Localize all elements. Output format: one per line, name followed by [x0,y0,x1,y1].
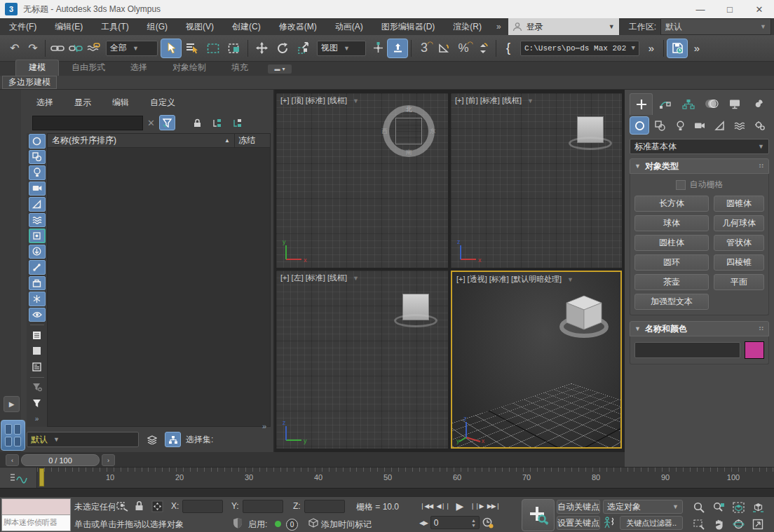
menu-graph-editors[interactable]: 图形编辑器(D) [372,18,444,35]
viewport-front-label[interactable]: [+] [前] [标准] [线框]▼ [455,95,534,106]
object-category-dropdown[interactable]: 标准基本体 ▼ [630,139,769,154]
filter-spacewarps-icon[interactable] [29,213,46,228]
object-color-swatch[interactable] [745,341,764,359]
zoom-region-icon[interactable] [690,517,708,531]
select-object-button[interactable] [161,39,182,58]
menu-overflow-chevron[interactable]: » [491,22,507,32]
add-time-tag[interactable]: 添加时间标记 [321,519,372,531]
ribbon-tab-populate[interactable]: 填充 [219,60,261,76]
set-keys-button[interactable] [522,499,555,531]
strip-overflow-chevron[interactable]: » [29,411,46,426]
use-pivot-center-button[interactable] [387,39,408,58]
tab-motion[interactable] [701,93,723,114]
object-name-field[interactable] [634,342,740,358]
bind-spacewarp-icon[interactable] [85,39,103,58]
orbit-icon[interactable] [729,517,747,531]
time-configuration-button[interactable] [482,517,494,528]
menu-create[interactable]: 创建(C) [223,18,270,35]
sphere-button[interactable]: 球体 [634,215,709,231]
filter-containers-icon[interactable] [29,276,46,291]
auto-key-button[interactable]: 自动关键点 [557,500,600,514]
angle-snap-toggle[interactable] [434,39,454,58]
ribbon-minimize-dropdown[interactable]: ▬▾ [268,64,292,74]
polygon-modeling-panel-button[interactable]: 多边形建模 [2,76,57,89]
object-type-rollout-header[interactable]: ▼ 对象类型 ∷ [630,158,769,174]
next-frame-arrow[interactable]: › [102,454,115,466]
ribbon-tab-object-paint[interactable]: 对象绘制 [160,60,219,76]
category-helpers[interactable] [711,116,729,135]
track-bar[interactable] [0,488,774,496]
key-step-toggle[interactable]: ◀▶ [419,519,428,526]
adaptive-degradation-shield-icon[interactable] [233,517,243,528]
time-slider-playhead[interactable] [39,468,44,486]
menu-rendering[interactable]: 渲染(R) [444,18,491,35]
x-coordinate-field[interactable] [182,500,223,513]
explorer-preset-dropdown[interactable]: 默认▼ [27,432,139,447]
y-coordinate-field[interactable] [243,500,283,513]
ribbon-tab-modeling[interactable]: 建模 [15,60,59,76]
percent-snap-toggle[interactable]: %◠ [454,39,473,58]
category-cameras[interactable] [691,116,709,135]
display-materials-icon[interactable] [29,344,46,359]
minimize-button[interactable]: — [686,0,715,18]
display-properties-icon[interactable] [29,360,46,374]
spinner-snap-toggle[interactable] [473,39,493,58]
plane-button[interactable]: 平面 [714,274,764,290]
viewcube-perspective[interactable] [557,292,611,341]
maxscript-mini-listener[interactable]: 脚本迷你侦听器 [1,498,71,531]
menu-group[interactable]: 组(G) [138,18,177,35]
isolate-selection-icon[interactable] [116,500,129,512]
filter-objects-icon[interactable] [29,134,46,149]
category-geometry[interactable] [630,116,649,135]
viewport-top-label[interactable]: [+] [顶] [标准] [线框]▼ [280,95,359,106]
viewport-top[interactable]: [+] [顶] [标准] [线框]▼ 北 南 东 西 xy [276,93,448,268]
save-file-button[interactable] [667,39,688,58]
explorer-menu-customize[interactable]: 自定义 [150,97,175,109]
geosphere-button[interactable]: 几何球体 [714,215,764,231]
explorer-search-input[interactable] [32,116,143,130]
rectangular-selection-region-button[interactable] [203,39,224,58]
menu-tools[interactable]: 工具(T) [92,18,137,35]
ribbon-tab-selection[interactable]: 选择 [118,60,160,76]
viewport-left-label[interactable]: [+] [左] [标准] [线框]▼ [280,273,359,283]
key-filters-pose-icon[interactable] [603,517,617,529]
tree-expand-icon[interactable] [210,115,226,130]
pan-hand-icon[interactable] [710,517,728,531]
viewport-perspective[interactable]: [+] [透视] [标准] [默认明暗处理]▼ xyz [451,271,622,449]
select-move-button[interactable] [251,39,272,58]
name-column-header[interactable]: 名称(按升序排序) ▲ [48,134,235,147]
filter-visibility-eye-icon[interactable] [29,308,46,322]
time-ruler[interactable]: 0 10 20 30 40 50 60 70 80 90 100 [37,468,774,488]
filter-xrefs-icon[interactable] [29,245,46,259]
prev-frame-arrow[interactable]: ‹ [6,454,19,466]
toolbar-overflow-chevron-2[interactable]: » [688,39,706,58]
filter-groups-icon[interactable] [29,229,46,243]
zoom-all-icon[interactable] [710,500,728,514]
tab-display[interactable] [724,93,746,114]
workspace-dropdown[interactable]: 默认 ▼ [660,18,771,35]
cylinder-button[interactable]: 圆柱体 [634,235,709,251]
go-to-end-button[interactable]: ▶▶❘ [487,500,501,512]
reference-coordinate-dropdown[interactable]: 视图▼ [317,41,366,56]
filter-cameras-icon[interactable] [29,182,46,196]
select-rotate-button[interactable] [272,39,293,58]
explorer-menu-edit[interactable]: 编辑 [112,97,129,109]
explorer-menu-select[interactable]: 选择 [36,97,53,109]
zoom-extents-icon[interactable] [729,500,747,514]
teapot-button[interactable]: 茶壶 [634,274,709,290]
display-layers-icon[interactable] [29,328,46,343]
snap-toggle-3d[interactable]: 3◠ [414,39,434,58]
cone-button[interactable]: 圆锥体 [714,196,764,212]
menu-animation[interactable]: 动画(A) [326,18,372,35]
filter-settings-icon[interactable] [29,380,46,395]
viewport-front[interactable]: [+] [前] [标准] [线框]▼ xz [451,93,622,268]
sign-in-dropdown[interactable]: 登录 ▼ [508,18,619,35]
category-lights[interactable] [671,116,689,135]
go-to-start-button[interactable]: ❘◀◀ [419,500,433,512]
transform-type-in-icon[interactable] [151,500,163,512]
snaps-toggle-move-icon[interactable] [369,39,387,58]
close-button[interactable]: ✕ [745,0,774,18]
undo-button[interactable]: ↶ [6,39,24,58]
current-frame-field[interactable]: 0 ▲▼ [430,516,480,529]
key-mode-dropdown[interactable]: 选定对象 ▼ [603,500,683,514]
